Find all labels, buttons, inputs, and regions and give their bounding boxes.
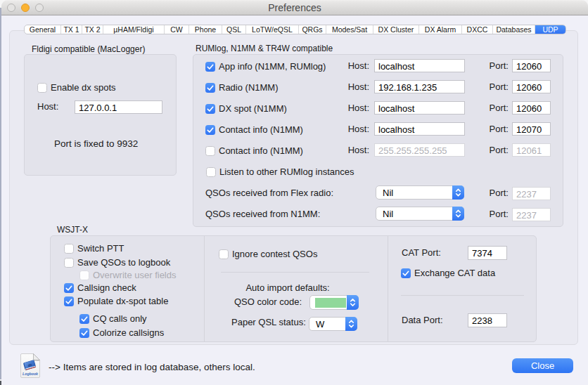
svg-text:Logbook: Logbook: [23, 372, 39, 376]
